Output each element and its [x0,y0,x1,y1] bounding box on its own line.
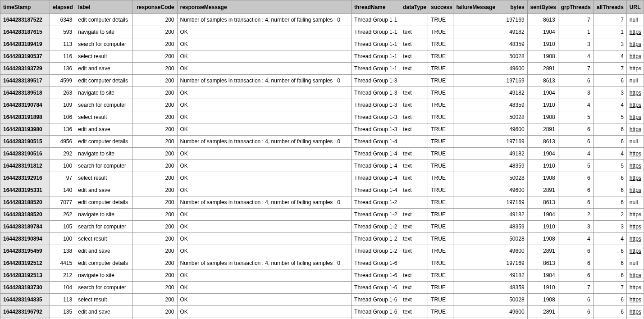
cell-grpThreads: 7 [558,282,593,294]
table-row[interactable]: 16442831895174599edit computer details20… [0,75,644,87]
table-row[interactable]: 1644283190894100select result200OKThread… [0,233,644,245]
cell-label: select result [75,233,133,245]
cell-threadName: Thread Group 1-3 [352,123,400,136]
cell-sentBytes: 2891 [527,306,558,318]
header-responseMessage[interactable]: responseMessage [177,0,352,14]
table-row[interactable]: 1644283193980136edit and save200OKThread… [0,123,644,136]
cell-failureMessage [453,221,500,233]
table-row[interactable]: 1644283194835113select result200OKThread… [0,294,644,306]
cell-failureMessage [453,196,500,209]
header-sentBytes[interactable]: sentBytes [527,0,558,14]
cell-responseMessage: OK [177,233,352,245]
cell-responseCode: 200 [133,245,177,257]
cell-success: TRUE [428,50,453,63]
cell-timeStamp: 1644283189419 [0,38,50,50]
cell-bytes: 49600 [500,245,527,257]
cell-bytes: 48359 [500,38,527,50]
cell-URL[interactable]: https [626,50,644,63]
cell-allThreads: 6 [593,184,626,196]
cell-sentBytes: 8613 [527,75,558,87]
header-elapsed[interactable]: elapsed [50,0,75,14]
table-row[interactable]: 164428319291697select result200OKThread … [0,172,644,184]
header-responseCode[interactable]: responseCode [133,0,177,14]
cell-allThreads: 4 [593,50,626,63]
cell-allThreads: 6 [593,269,626,282]
cell-dataType: text [400,172,428,184]
cell-failureMessage [453,172,500,184]
cell-elapsed: 4599 [50,75,75,87]
header-timeStamp[interactable]: timeStamp [0,0,50,14]
table-row[interactable]: 1644283195331140edit and save200OKThread… [0,184,644,196]
cell-responseCode: 200 [133,136,177,148]
cell-URL[interactable]: https [626,172,644,184]
cell-URL[interactable]: https [626,221,644,233]
cell-URL[interactable]: https [626,87,644,99]
table-row[interactable]: 1644283193729136edit and save200OKThread… [0,63,644,75]
cell-responseMessage: OK [177,172,352,184]
cell-grpThreads: 5 [558,160,593,172]
header-threadName[interactable]: threadName [352,0,400,14]
table-row[interactable]: 1644283189784105search for computer200OK… [0,221,644,233]
cell-sentBytes: 1910 [527,99,558,111]
cell-URL[interactable]: https [626,26,644,38]
cell-URL[interactable]: https [626,245,644,257]
cell-responseCode: 200 [133,50,177,63]
cell-URL[interactable]: https [626,99,644,111]
header-bytes[interactable]: bytes [500,0,527,14]
header-failureMessage[interactable]: failureMessage [453,0,500,14]
table-row[interactable]: 1644283189419113search for computer200OK… [0,38,644,50]
table-row[interactable]: 16442831885207077edit computer details20… [0,196,644,209]
cell-URL: null [626,75,644,87]
cell-URL[interactable]: https [626,282,644,294]
table-row[interactable]: 16442831875226343edit computer details20… [0,14,644,26]
table-row[interactable]: 1644283189518263navigate to site200OKThr… [0,87,644,99]
table-row[interactable]: 1644283190784109search for computer200OK… [0,99,644,111]
header-dataType[interactable]: dataType [400,0,428,14]
table-row[interactable]: 1644283191898106select result200OKThread… [0,111,644,123]
cell-failureMessage [453,282,500,294]
cell-URL[interactable]: https [626,269,644,282]
cell-URL[interactable]: https [626,63,644,75]
cell-URL[interactable]: https [626,160,644,172]
table-row[interactable]: 1644283188520262navigate to site200OKThr… [0,209,644,221]
results-table[interactable]: timeStampelapsedlabelresponseCoderespons… [0,0,644,319]
cell-elapsed: 100 [50,233,75,245]
cell-elapsed: 140 [50,184,75,196]
cell-failureMessage [453,123,500,136]
table-row[interactable]: 1644283193730104search for computer200OK… [0,282,644,294]
cell-threadName: Thread Group 1-2 [352,209,400,221]
cell-URL[interactable]: https [626,111,644,123]
table-row[interactable]: 16442831925124415edit computer details20… [0,257,644,269]
table-row[interactable]: 16442831905154956edit computer details20… [0,136,644,148]
cell-URL[interactable]: https [626,306,644,318]
cell-URL[interactable]: https [626,148,644,160]
cell-URL[interactable]: https [626,209,644,221]
header-allThreads[interactable]: allThreads [593,0,626,14]
table-row[interactable]: 1644283190516292navigate to site200OKThr… [0,148,644,160]
cell-threadName: Thread Group 1-4 [352,148,400,160]
cell-label: edit and save [75,306,133,318]
cell-allThreads: 2 [593,209,626,221]
cell-success: TRUE [428,257,453,269]
cell-URL[interactable]: https [626,123,644,136]
cell-URL[interactable]: https [626,184,644,196]
header-label[interactable]: label [75,0,133,14]
header-grpThreads[interactable]: grpThreads [558,0,593,14]
table-row[interactable]: 1644283195459138edit and save200OKThread… [0,245,644,257]
cell-grpThreads: 6 [558,184,593,196]
table-row[interactable]: 1644283190537116select result200OKThread… [0,50,644,63]
cell-URL[interactable]: https [626,294,644,306]
header-URL[interactable]: URL [626,0,644,14]
cell-threadName: Thread Group 1-2 [352,245,400,257]
cell-responseCode: 200 [133,14,177,26]
cell-threadName: Thread Group 1-6 [352,282,400,294]
header-success[interactable]: success [428,0,453,14]
cell-responseMessage: OK [177,87,352,99]
cell-URL[interactable]: https [626,233,644,245]
table-row[interactable]: 1644283187615593navigate to site200OKThr… [0,26,644,38]
table-row[interactable]: 1644283191812100search for computer200OK… [0,160,644,172]
cell-URL[interactable]: https [626,38,644,50]
cell-responseMessage: OK [177,282,352,294]
table-row[interactable]: 1644283196792135edit and save200OKThread… [0,306,644,318]
table-row[interactable]: 1644283192513212navigate to site200OKThr… [0,269,644,282]
